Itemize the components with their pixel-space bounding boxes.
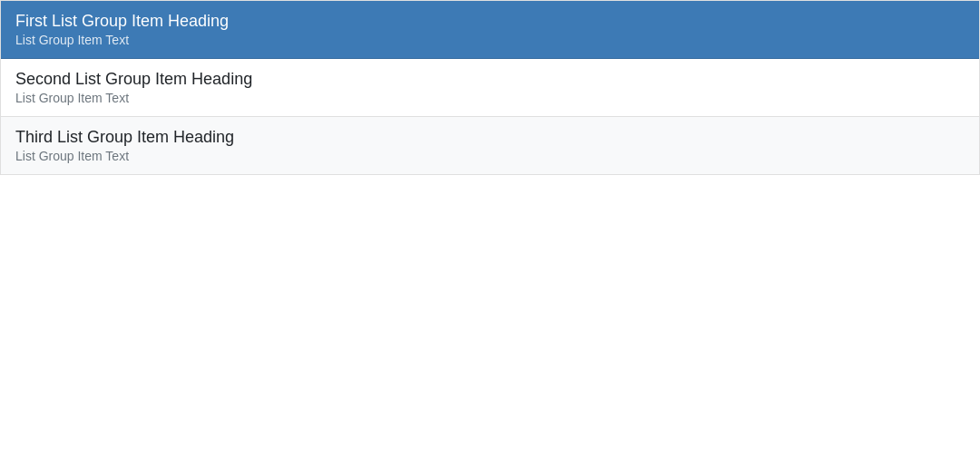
list-group-item-2[interactable]: Second List Group Item Heading List Grou… xyxy=(1,59,979,117)
list-group-item-3[interactable]: Third List Group Item Heading List Group… xyxy=(1,117,979,174)
list-group-item-3-heading: Third List Group Item Heading xyxy=(15,128,965,147)
list-group-item-1-text: List Group Item Text xyxy=(15,33,965,47)
list-group-item-3-text: List Group Item Text xyxy=(15,149,965,163)
list-group-item-1-heading: First List Group Item Heading xyxy=(15,12,965,31)
list-group-item-2-text: List Group Item Text xyxy=(15,91,965,105)
list-group-item-1[interactable]: First List Group Item Heading List Group… xyxy=(1,1,979,59)
list-group-item-2-heading: Second List Group Item Heading xyxy=(15,70,965,89)
list-group: First List Group Item Heading List Group… xyxy=(0,0,980,175)
